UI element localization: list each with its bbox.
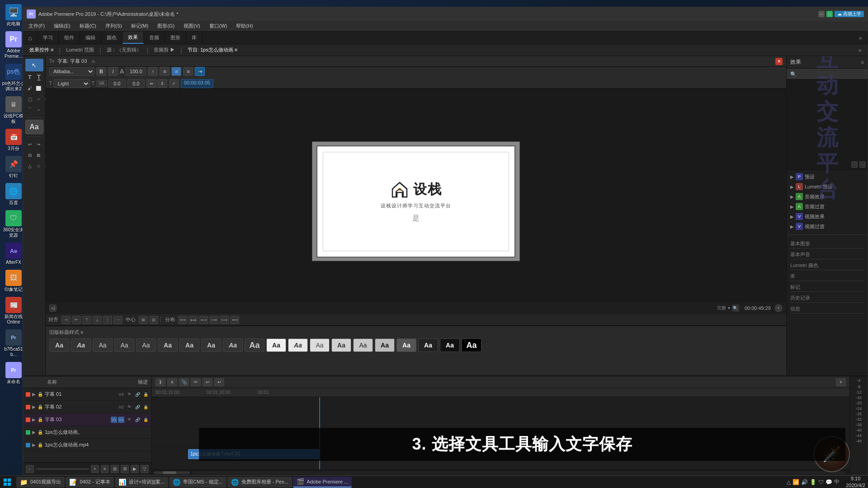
dist-mid[interactable]: ⟼ [220,316,229,324]
tl-ctrl-1[interactable]: ⟫ [156,378,165,386]
align-left-button[interactable]: ≡ [160,67,170,76]
zoom-dropdown-icon[interactable]: ▾ [728,305,730,310]
bold-button[interactable]: B [96,67,106,76]
leading-input[interactable] [127,79,145,88]
minimize-button[interactable]: ─ [818,11,825,17]
timeline-scrollbar[interactable] [152,469,849,475]
style-preset-2[interactable]: Aa [71,338,91,352]
style-preset-11[interactable]: Aa [266,338,286,352]
select-tool[interactable]: ↖ [25,59,43,71]
tray-icon-1[interactable]: △ [787,479,791,485]
eraser-tool[interactable]: ⬜ [34,83,42,93]
align-h-center[interactable]: ⊢ [72,316,81,324]
align-center-button[interactable]: ≡ [171,67,181,76]
timeline-zoom-in[interactable]: + [91,465,99,473]
type-on-path[interactable]: ⊞ [23,150,25,160]
effect-cat-audio-trans[interactable]: ▶ A 音频过渡 [787,202,868,211]
star-tool[interactable]: ☆ [34,161,42,171]
font-size-input[interactable] [126,67,146,76]
style-preset-1[interactable]: Aa [49,338,69,352]
style-preset-19[interactable]: Aa [440,338,460,352]
track-vis-1[interactable]: 👁 [126,391,132,398]
tl-ctrl-3[interactable]: 📎 [179,378,189,386]
timeline-list-view[interactable]: ≡ [101,465,109,473]
timeline-scroll-thumb[interactable] [154,471,190,474]
taskbar-item-explorer[interactable]: 📁 0401视频导出 [16,477,65,488]
dist-bottom[interactable]: ⟽ [230,316,239,324]
vertical-align[interactable]: ⊟ [26,150,34,160]
extra-btn[interactable]: ✓ [169,79,179,88]
tab-color[interactable]: 颜色 [101,32,123,44]
rounded-rect-tool[interactable]: ▢ [26,94,34,104]
tray-security[interactable]: 🛡 [818,479,824,485]
tray-wifi[interactable]: 📶 [793,479,799,485]
panel-tab-audio[interactable]: 音频剪 ▶ [150,46,179,54]
dist-center[interactable]: ⟷ [189,316,198,324]
maximize-button[interactable]: □ [826,11,833,17]
tracking-btn[interactable]: ⇔ [146,79,156,88]
section-marks[interactable]: 标记 [790,282,864,292]
dist-right[interactable]: ⟻ [199,316,208,324]
tray-input[interactable]: 中 [834,478,840,486]
bezier-tool[interactable]: ⌣ [34,105,42,115]
prev-frame-button[interactable]: ◁ [49,305,57,312]
track-link-3[interactable]: 🔗 [134,417,141,423]
timeline-filter[interactable]: ▽ [141,465,149,473]
style-preset-14[interactable]: Aa [331,338,351,352]
panel-overflow[interactable]: » [855,47,865,54]
tab-graphics[interactable]: 图形 [165,32,186,44]
effects-menu-icon[interactable]: ≡ [861,59,864,66]
tab-learn[interactable]: 学习 [38,32,59,44]
style-preset-16[interactable]: Aa [375,338,395,352]
panel-tab-program[interactable]: 节目: 1ps怎么做动画 ≡ [184,46,241,54]
section-library[interactable]: 库 [790,271,864,281]
zoom-icon-button[interactable]: 🔍 [732,305,739,312]
style-preset-5[interactable]: Aa [136,338,156,352]
mask-tool[interactable]: △ [26,161,34,171]
rect-tool[interactable]: □ [23,94,25,104]
menu-view[interactable]: 视图(V) [182,22,202,30]
align-right-edge[interactable]: ⊤ [82,316,91,324]
v1-selector[interactable]: V1 [111,417,117,423]
home-button[interactable]: ⌂ [23,32,38,44]
panel-menu-icon[interactable]: ≡ [91,58,95,65]
align-right-button[interactable]: ≡ [183,67,193,76]
tray-volume[interactable]: 🔊 [801,479,808,485]
style-preset-10[interactable]: Aa [245,338,264,352]
style-preset-3[interactable]: Aa [93,338,113,352]
align-top-edge[interactable]: ⊥ [93,316,102,324]
timeline-add-track[interactable]: ⊞ [111,465,119,473]
section-basic-audio[interactable]: 基本声音 [790,249,864,259]
preview-link-btn[interactable] [859,161,866,168]
style-preset-20[interactable]: Aa [462,338,481,352]
section-info[interactable]: 信息 [790,304,864,314]
style-preset-4[interactable]: Aa [114,338,134,352]
style-preset-9[interactable]: Aa [223,338,243,352]
style-preset-6[interactable]: Aa [158,338,178,352]
center-horiz[interactable]: ⊞ [139,316,148,324]
track-expand-5[interactable]: ▶ [32,442,36,447]
menu-mark[interactable]: 标记(M) [129,22,151,30]
track-expand-3[interactable]: ▶ [32,417,36,422]
menu-help[interactable]: 帮助(H) [234,22,255,30]
align-left-edge[interactable]: ⊣ [61,316,71,324]
track-toggle-2[interactable]: V2 [118,404,124,410]
effect-cat-video-trans[interactable]: ▶ V 视频过渡 [787,221,868,231]
style-preset-18[interactable]: Aa [418,338,438,352]
tab-assembly[interactable]: 组件 [59,32,80,44]
timeline-settings[interactable]: ⚙ [121,465,129,473]
v1-selector-2[interactable]: V1 [118,417,124,423]
pen-tool[interactable]: ✏ [23,83,25,93]
timeline-zoom-slider[interactable] [36,468,89,470]
add-marker-button[interactable]: + [774,304,783,312]
track-mute-2[interactable]: 🔒 [142,404,149,410]
dist-top[interactable]: ⟹ [209,316,218,324]
tl-ctrl-4[interactable]: ✂ [191,378,201,386]
arc-tool[interactable]: ⌒ [26,105,34,115]
baseline-btn[interactable]: ⇕ [157,79,167,88]
tab-effects[interactable]: 效果 [123,32,144,44]
menu-window[interactable]: 窗口(W) [208,22,229,30]
close-panel-button[interactable]: ✕ [775,58,783,65]
align-v-center[interactable]: ⋮ [103,316,112,324]
ellipse-tool[interactable]: ○ [34,94,42,104]
